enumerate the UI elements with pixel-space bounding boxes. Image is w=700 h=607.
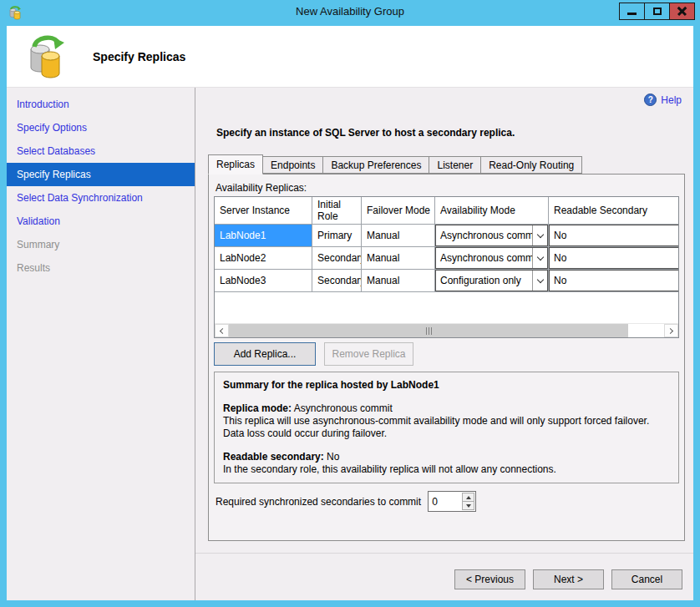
title-bar: New Availability Group	[0, 0, 700, 26]
minimize-button[interactable]	[619, 3, 645, 20]
chevron-right-icon	[667, 327, 673, 333]
replica-mode-description: This replica will use asynchronous-commi…	[223, 415, 670, 440]
column-header-readable-secondary[interactable]: Readable Secondary	[549, 197, 679, 225]
chevron-down-icon	[532, 225, 547, 245]
next-button[interactable]: Next >	[533, 569, 604, 589]
sidebar-item-select-databases[interactable]: Select Databases	[7, 139, 195, 163]
availability-replicas-grid: Server Instance Initial Role Failover Mo…	[214, 196, 679, 338]
readable-secondary-dropdown[interactable]: No	[549, 270, 679, 291]
sidebar-item-results: Results	[7, 256, 195, 280]
availability-mode-dropdown[interactable]: Asynchronous commit	[435, 247, 548, 269]
maximize-button[interactable]	[644, 3, 670, 20]
scroll-left-button[interactable]	[215, 324, 229, 337]
sidebar-item-specify-options[interactable]: Specify Options	[7, 116, 195, 139]
sidebar-item-summary: Summary	[7, 233, 195, 256]
readable-secondary-dropdown[interactable]: No	[549, 247, 679, 269]
wizard-footer: < Previous Next > Cancel	[454, 569, 682, 589]
table-row[interactable]: LabNode3 Secondary Manual Configuration …	[215, 270, 679, 292]
help-icon: ?	[644, 94, 657, 106]
grid-header-row: Server Instance Initial Role Failover Mo…	[215, 197, 679, 225]
scrollbar-thumb[interactable]	[229, 324, 628, 337]
tab-backup-preferences[interactable]: Backup Preferences	[322, 156, 429, 174]
add-replica-button[interactable]: Add Replica...	[214, 342, 316, 366]
availability-replicas-label: Availability Replicas:	[216, 182, 307, 194]
spinner-down-button[interactable]	[462, 501, 474, 510]
instruction-text: Specify an instance of SQL Server to hos…	[216, 127, 515, 139]
chevron-left-icon	[220, 327, 226, 333]
replica-summary-box: Summary for the replica hosted by LabNod…	[214, 372, 679, 483]
tab-listener[interactable]: Listener	[429, 156, 481, 174]
replicas-database-icon	[25, 34, 67, 79]
cell-failover-mode: Manual	[362, 270, 435, 292]
quorum-row: Required synchronized secondaries to com…	[216, 491, 476, 512]
cell-initial-role: Secondary	[312, 247, 362, 270]
close-button[interactable]	[669, 3, 695, 20]
arrow-up-icon	[466, 496, 471, 499]
previous-button[interactable]: < Previous	[454, 569, 525, 589]
tab-read-only-routing[interactable]: Read-Only Routing	[480, 156, 582, 174]
quorum-input[interactable]	[429, 492, 462, 511]
chevron-down-icon	[532, 248, 547, 268]
cell-server-instance[interactable]: LabNode2	[215, 247, 312, 270]
cell-failover-mode: Manual	[362, 225, 435, 247]
column-header-failover-mode[interactable]: Failover Mode	[362, 197, 435, 225]
column-header-initial-role[interactable]: Initial Role	[312, 197, 362, 225]
remove-replica-button: Remove Replica	[324, 342, 413, 366]
replicas-tab-panel: Availability Replicas: Server Instance I…	[208, 174, 685, 541]
chevron-down-icon	[532, 271, 547, 291]
window-content: Specify Replicas Introduction Specify Op…	[7, 26, 693, 600]
window-title: New Availability Group	[0, 5, 700, 18]
tab-strip: Replicas Endpoints Backup Preferences Li…	[208, 154, 582, 174]
readable-secondary-description: In the secondary role, this availability…	[223, 463, 670, 476]
maximize-icon	[653, 8, 662, 15]
sidebar-item-validation[interactable]: Validation	[7, 210, 195, 233]
close-icon	[677, 7, 687, 16]
replica-mode-line: Replica mode: Asynchronous commit	[223, 402, 670, 415]
scrollbar-track[interactable]	[628, 324, 664, 337]
page-title: Specify Replicas	[93, 50, 185, 63]
summary-title: Summary for the replica hosted by LabNod…	[223, 379, 670, 392]
column-header-availability-mode[interactable]: Availability Mode	[435, 197, 549, 225]
cell-server-instance[interactable]: LabNode3	[215, 270, 312, 292]
readable-secondary-line: Readable secondary: No	[223, 451, 670, 463]
minimize-icon	[627, 13, 637, 15]
new-availability-group-window: New Availability Group Specify Replicas …	[0, 0, 700, 607]
cell-failover-mode: Manual	[362, 247, 435, 270]
footer-separator	[195, 553, 693, 554]
sidebar-item-introduction[interactable]: Introduction	[7, 93, 195, 116]
help-link[interactable]: ? Help	[644, 94, 682, 106]
quorum-spinner	[428, 491, 476, 512]
arrow-down-icon	[466, 504, 471, 508]
cancel-button[interactable]: Cancel	[611, 569, 682, 589]
horizontal-scrollbar[interactable]	[215, 323, 678, 337]
cell-initial-role: Primary	[312, 225, 362, 247]
table-row[interactable]: LabNode1 Primary Manual Asynchronous com…	[215, 225, 679, 247]
cell-server-instance[interactable]: LabNode1	[215, 225, 312, 247]
sidebar-item-select-data-synchronization[interactable]: Select Data Synchronization	[7, 186, 195, 210]
help-label: Help	[661, 94, 682, 106]
wizard-header: Specify Replicas	[7, 26, 693, 88]
sidebar-item-specify-replicas[interactable]: Specify Replicas	[7, 163, 195, 186]
wizard-steps-sidebar: Introduction Specify Options Select Data…	[7, 88, 195, 600]
grid-empty-area	[215, 292, 678, 324]
tab-endpoints[interactable]: Endpoints	[262, 156, 323, 174]
table-row[interactable]: LabNode2 Secondary Manual Asynchronous c…	[215, 247, 679, 270]
availability-mode-dropdown[interactable]: Asynchronous commit	[435, 225, 548, 246]
main-panel: ? Help Specify an instance of SQL Server…	[195, 88, 693, 600]
availability-mode-dropdown[interactable]: Configuration only	[435, 270, 548, 291]
cell-initial-role: Secondary	[312, 270, 362, 292]
column-header-server-instance[interactable]: Server Instance	[215, 197, 312, 225]
quorum-label: Required synchronized secondaries to com…	[216, 496, 421, 508]
scroll-right-button[interactable]	[664, 324, 678, 337]
tab-replicas[interactable]: Replicas	[208, 154, 263, 175]
readable-secondary-dropdown[interactable]: No	[549, 225, 679, 246]
